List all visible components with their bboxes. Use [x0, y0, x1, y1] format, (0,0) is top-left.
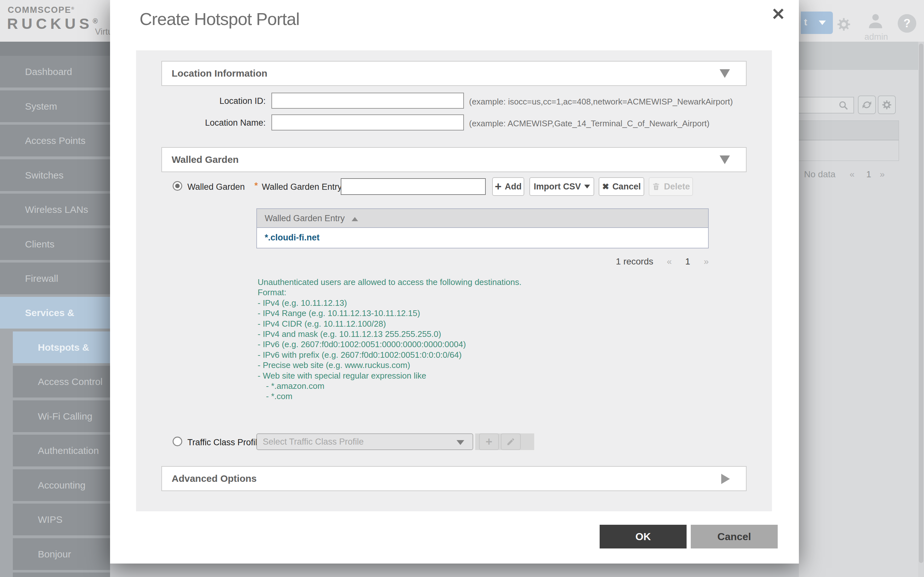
- location-id-hint: (example: isocc=us,cc=1,ac=408,network=A…: [469, 97, 733, 107]
- page-content-below-modal: [110, 564, 799, 577]
- search-icon: [838, 100, 849, 112]
- sidebar-item-wifi-calling[interactable]: Wi-Fi Calling: [13, 400, 110, 432]
- close-icon[interactable]: ✕: [771, 5, 785, 24]
- add-button[interactable]: + Add: [492, 177, 524, 196]
- background-table-header: [792, 121, 899, 140]
- sidebar-item-access-points[interactable]: Access Points: [0, 125, 110, 156]
- delete-button[interactable]: Delete: [649, 177, 693, 196]
- plus-icon: +: [485, 435, 492, 448]
- location-name-hint: (example: ACMEWISP,Gate_14_Terminal_C_of…: [469, 119, 710, 129]
- chevron-down-icon: [584, 185, 590, 189]
- commscope-logo: COMMSCOPE®: [8, 5, 74, 15]
- screen: COMMSCOPE® RUCKUS® Virtua t admin ?: [0, 0, 924, 577]
- records-count-label: 1 records: [616, 256, 654, 267]
- next-page-button[interactable]: »: [704, 256, 709, 267]
- walled-garden-radio[interactable]: [173, 181, 182, 191]
- plus-icon: +: [495, 182, 501, 191]
- ruckus-logo: RUCKUS®: [7, 15, 98, 32]
- user-avatar-icon[interactable]: [866, 11, 885, 31]
- page-header-strip: [799, 42, 924, 70]
- walled-garden-pagination: 1 records « 1 »: [545, 256, 709, 267]
- traffic-class-profile-select[interactable]: Select Traffic Class Profile: [256, 434, 473, 450]
- sidebar-item-authentication[interactable]: Authentication: [13, 435, 110, 466]
- prev-page-button[interactable]: «: [667, 256, 672, 267]
- nav-strip: [0, 42, 110, 56]
- trash-icon: [652, 182, 661, 191]
- refresh-button[interactable]: [858, 95, 876, 114]
- refresh-icon: [861, 99, 873, 111]
- location-name-label: Location Name:: [180, 118, 266, 128]
- sidebar-item-services-profiles[interactable]: Services & Profiles: [0, 297, 110, 329]
- radio-selected-dot: [175, 184, 180, 188]
- add-traffic-profile-button[interactable]: +: [479, 434, 499, 450]
- section-walled-garden-title: Walled Garden: [172, 154, 239, 165]
- background-page-prev[interactable]: «: [850, 169, 855, 179]
- section-location-information[interactable]: Location Information: [162, 61, 746, 86]
- expand-triangle-icon: [721, 474, 730, 484]
- cluster-selector-label: t: [804, 17, 807, 27]
- chevron-down-icon: [457, 440, 464, 445]
- section-advanced-title: Advanced Options: [172, 473, 257, 484]
- traffic-class-profile-radio[interactable]: [173, 437, 182, 446]
- walled-garden-entry-label: Walled Garden Entry: [262, 182, 342, 192]
- help-icon[interactable]: ?: [898, 14, 916, 33]
- sidebar-item-system[interactable]: System: [0, 90, 110, 122]
- edit-traffic-profile-button[interactable]: [501, 434, 521, 450]
- no-data-label: No data: [804, 169, 835, 179]
- walled-garden-column-header[interactable]: Walled Garden Entry: [257, 209, 708, 228]
- walled-garden-help-text: Unauthenticated users are allowed to acc…: [258, 277, 611, 402]
- traffic-class-profile-label: Traffic Class Profile: [187, 438, 262, 448]
- entry-cancel-button[interactable]: ✖ Cancel: [599, 177, 644, 196]
- sidebar-item-partial: [13, 572, 110, 577]
- sidebar-item-clients[interactable]: Clients: [0, 228, 110, 260]
- sidebar-item-firewall[interactable]: Firewall: [0, 263, 110, 294]
- section-advanced-options[interactable]: Advanced Options: [162, 466, 746, 491]
- collapse-triangle-icon: [720, 155, 730, 164]
- sidebar-item-wireless-lans[interactable]: Wireless LANs: [0, 193, 110, 226]
- sidebar-item-dashboard[interactable]: Dashboard: [0, 56, 110, 87]
- cancel-button[interactable]: Cancel: [691, 525, 778, 548]
- background-page-number: 1: [866, 169, 871, 179]
- section-walled-garden[interactable]: Walled Garden: [162, 147, 746, 172]
- sidebar-item-switches[interactable]: Switches: [0, 159, 110, 191]
- sidebar-item-bonjour[interactable]: Bonjour: [13, 538, 110, 570]
- section-location-title: Location Information: [172, 68, 267, 79]
- collapse-triangle-icon: [720, 69, 730, 78]
- gear-icon: [881, 99, 892, 110]
- dialog-title: Create Hotspot Portal: [140, 9, 299, 29]
- location-id-input[interactable]: [271, 93, 464, 109]
- background-page-next[interactable]: »: [880, 169, 885, 179]
- background-table-row: [792, 140, 899, 161]
- required-asterisk: *: [254, 181, 258, 191]
- sidebar-item-hotspots-portals[interactable]: Hotspots & Portals: [13, 332, 110, 363]
- settings-gear-icon[interactable]: [836, 17, 851, 33]
- sidebar-item-access-control[interactable]: Access Control: [13, 366, 110, 398]
- cluster-selector-button[interactable]: t: [801, 11, 833, 34]
- admin-username-label: admin: [859, 32, 894, 42]
- sidebar-item-accounting[interactable]: Accounting: [13, 469, 110, 501]
- pencil-icon: [506, 437, 515, 446]
- location-id-label: Location ID:: [180, 96, 266, 106]
- import-csv-button[interactable]: Import CSV: [529, 177, 594, 196]
- sidebar-item-wips[interactable]: WIPS: [13, 504, 110, 535]
- current-page-number: 1: [685, 256, 690, 267]
- table-row[interactable]: *.cloudi-fi.net: [257, 228, 708, 247]
- chevron-down-icon: [819, 21, 826, 25]
- sort-ascending-icon: [352, 217, 358, 221]
- walled-garden-table: Walled Garden Entry *.cloudi-fi.net: [256, 208, 709, 248]
- walled-garden-radio-label: Walled Garden: [187, 182, 245, 192]
- scrollbar-thumb[interactable]: [919, 44, 923, 563]
- x-icon: ✖: [602, 182, 609, 192]
- walled-garden-entry-input[interactable]: [341, 178, 486, 195]
- ok-button[interactable]: OK: [599, 525, 687, 548]
- table-settings-button[interactable]: [878, 95, 896, 114]
- location-name-input[interactable]: [271, 114, 464, 131]
